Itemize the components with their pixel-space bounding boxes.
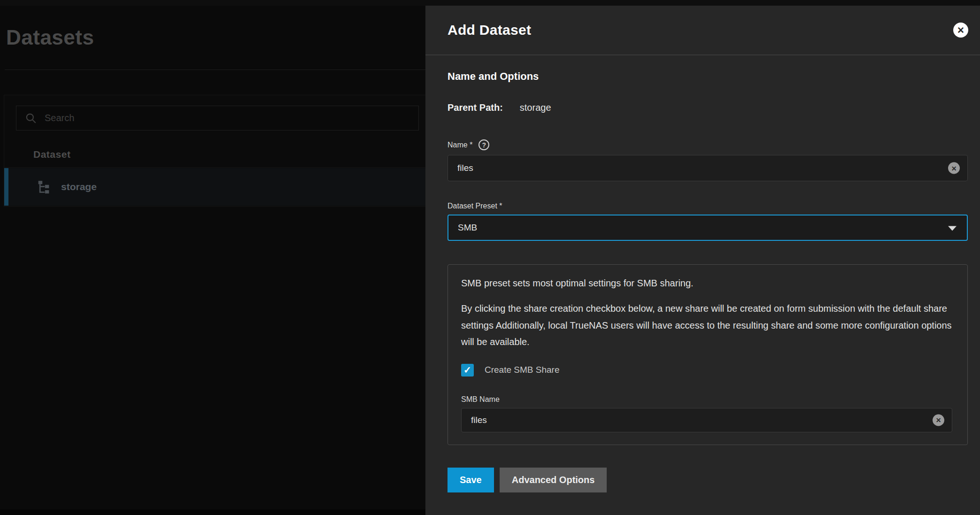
help-icon[interactable]: ? (478, 139, 489, 150)
smb-name-label-row: SMB Name (461, 395, 953, 404)
clear-name-icon[interactable]: ✕ (948, 162, 960, 174)
screen: Datasets Search Dataset (0, 0, 980, 515)
advanced-options-button[interactable]: Advanced Options (500, 468, 607, 492)
add-dataset-panel: Add Dataset ✕ Name and Options Parent Pa… (425, 6, 980, 515)
parent-path-row: Parent Path: storage (448, 102, 968, 113)
name-field-label-row: Name * ? (448, 139, 968, 150)
dataset-preset-select[interactable]: SMB (448, 215, 968, 241)
parent-path-value: storage (520, 102, 551, 113)
table-header-row: Dataset (4, 141, 426, 168)
info-paragraph-1: SMB preset sets most optimal settings fo… (461, 277, 953, 290)
dataset-tree-icon (36, 179, 52, 195)
search-icon (25, 112, 37, 124)
section-title: Name and Options (448, 70, 968, 83)
checkbox-checked-icon[interactable]: ✓ (461, 364, 474, 377)
preset-field-label: Dataset Preset * (448, 202, 502, 210)
smb-name-input-wrapper: ✕ (461, 408, 952, 432)
datasets-page-background: Datasets Search Dataset (0, 6, 425, 515)
name-input[interactable] (448, 155, 967, 181)
create-smb-share-checkbox-row[interactable]: ✓ Create SMB Share (461, 364, 953, 377)
name-field-label: Name * (448, 141, 472, 149)
column-header-dataset: Dataset (33, 149, 70, 160)
page-title: Datasets (6, 26, 94, 49)
panel-header: Add Dataset ✕ (425, 6, 980, 55)
smb-name-input[interactable] (462, 408, 952, 432)
dataset-row-label: storage (61, 181, 97, 192)
create-smb-share-label: Create SMB Share (485, 365, 559, 375)
smb-preset-info-box: SMB preset sets most optimal settings fo… (448, 264, 968, 445)
clear-smb-name-icon[interactable]: ✕ (933, 414, 944, 426)
panel-title: Add Dataset (448, 22, 531, 38)
chevron-down-icon (948, 226, 957, 231)
dataset-row-storage[interactable]: storage (4, 168, 426, 206)
save-button[interactable]: Save (448, 468, 494, 492)
form-actions: Save Advanced Options (448, 468, 968, 492)
dataset-tree-card: Search Dataset storage (4, 95, 426, 207)
search-placeholder: Search (45, 113, 74, 123)
panel-body: Name and Options Parent Path: storage Na… (425, 70, 980, 492)
preset-selected-value: SMB (458, 223, 477, 233)
parent-path-label: Parent Path: (448, 102, 503, 113)
dataset-search[interactable]: Search (16, 106, 419, 131)
title-divider (5, 69, 425, 70)
close-icon[interactable]: ✕ (953, 23, 968, 38)
smb-name-label: SMB Name (461, 395, 500, 404)
name-input-wrapper: ✕ (448, 155, 968, 181)
info-paragraph-2: By clicking the share creation checkbox … (461, 300, 952, 351)
preset-field-label-row: Dataset Preset * (448, 202, 968, 210)
top-edge-strip (0, 0, 980, 6)
bottom-edge-strip (0, 509, 425, 515)
